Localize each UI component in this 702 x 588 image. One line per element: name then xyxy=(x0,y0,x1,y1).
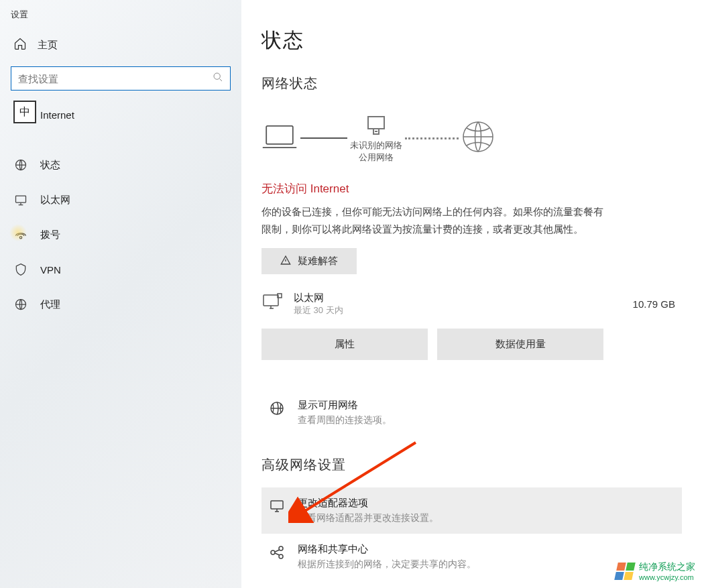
wifi-globe-icon xyxy=(267,399,287,416)
sidebar-item-label: 代理 xyxy=(40,298,60,311)
search-input[interactable] xyxy=(18,73,213,84)
sidebar-item-dialup[interactable]: 拨号 xyxy=(0,217,241,252)
category-label: Internet xyxy=(0,97,241,127)
adapter-options-row[interactable]: 更改适配器选项 查看网络适配器并更改连接设置。 xyxy=(261,487,682,534)
router-icon xyxy=(364,113,388,137)
laptop-icon xyxy=(261,123,298,153)
adapter-icon xyxy=(267,497,287,514)
watermark-url: www.ycwjzy.com xyxy=(639,573,695,581)
button-row: 属性 数据使用量 xyxy=(261,329,682,360)
search-box[interactable] xyxy=(11,66,231,91)
ethernet-usage-row: 以太网 最近 30 天内 10.79 GB xyxy=(261,292,682,316)
home-icon xyxy=(13,37,27,53)
svg-point-3 xyxy=(19,237,21,239)
ethernet-subtitle: 最近 30 天内 xyxy=(294,304,622,316)
sidebar-item-status[interactable]: 状态 xyxy=(0,148,241,182)
sharing-icon xyxy=(267,543,287,561)
nav-items: 状态 以太网 拨号 VPN 代理 xyxy=(0,148,241,322)
home-label: 主页 xyxy=(38,39,58,52)
sidebar-item-label: 拨号 xyxy=(40,229,60,241)
svg-point-12 xyxy=(271,550,275,554)
proxy-icon xyxy=(13,298,28,311)
sidebar: 设置 主页 中 Internet 状态 以太网 拨号 V xyxy=(0,0,241,588)
sidebar-item-label: VPN xyxy=(40,264,61,276)
page-title: 状态 xyxy=(261,27,682,54)
sidebar-item-ethernet[interactable]: 以太网 xyxy=(0,182,241,217)
svg-rect-6 xyxy=(368,117,384,129)
show-networks-row[interactable]: 显示可用网络 查看周围的连接选项。 xyxy=(261,390,682,436)
show-networks-text: 显示可用网络 查看周围的连接选项。 xyxy=(298,399,392,426)
sidebar-item-vpn[interactable]: VPN xyxy=(0,252,241,287)
error-description: 你的设备已连接，但你可能无法访问网络上的任何内容。如果你的流量套餐有限制，则你可… xyxy=(261,203,603,237)
search-container xyxy=(0,64,241,97)
connection-line-solid xyxy=(300,137,347,139)
ethernet-usage-value: 10.79 GB xyxy=(633,298,675,310)
svg-rect-8 xyxy=(264,295,278,306)
svg-point-0 xyxy=(214,73,220,79)
properties-button[interactable]: 属性 xyxy=(261,329,428,360)
network-node: 未识别的网络 公用网络 xyxy=(350,113,402,164)
adapter-options-title: 更改适配器选项 xyxy=(298,497,438,510)
sidebar-item-label: 以太网 xyxy=(40,194,70,207)
watermark: 纯净系统之家 www.ycwjzy.com xyxy=(616,561,695,581)
status-icon xyxy=(13,158,28,172)
vpn-icon xyxy=(13,263,28,276)
dialup-icon xyxy=(13,228,28,241)
globe-icon xyxy=(461,120,495,156)
node-caption: 未识别的网络 公用网络 xyxy=(350,139,402,164)
data-usage-button[interactable]: 数据使用量 xyxy=(437,329,603,360)
sharing-center-subtitle: 根据所连接到的网络，决定要共享的内容。 xyxy=(298,558,476,571)
ethernet-info: 以太网 最近 30 天内 xyxy=(294,292,622,316)
ethernet-name: 以太网 xyxy=(294,292,622,304)
sidebar-item-proxy[interactable]: 代理 xyxy=(0,287,241,322)
svg-rect-2 xyxy=(16,196,26,202)
sharing-center-title: 网络和共享中心 xyxy=(298,543,476,556)
sharing-center-text: 网络和共享中心 根据所连接到的网络，决定要共享的内容。 xyxy=(298,543,476,571)
network-diagram: 未识别的网络 公用网络 xyxy=(261,106,682,169)
svg-rect-5 xyxy=(266,126,293,144)
connection-line-dotted xyxy=(405,137,459,139)
sidebar-item-label: 状态 xyxy=(40,159,60,172)
show-networks-title: 显示可用网络 xyxy=(298,399,392,412)
warning-icon xyxy=(280,255,291,268)
home-button[interactable]: 主页 xyxy=(0,26,241,64)
ethernet-icon xyxy=(13,193,28,207)
watermark-logo-icon xyxy=(614,563,636,580)
adapter-options-text: 更改适配器选项 查看网络适配器并更改连接设置。 xyxy=(298,497,438,524)
settings-label: 设置 xyxy=(0,3,241,26)
svg-rect-11 xyxy=(271,501,283,509)
watermark-name: 纯净系统之家 xyxy=(639,561,695,573)
search-icon xyxy=(213,72,223,85)
troubleshoot-label: 疑难解答 xyxy=(298,255,338,268)
node-caption-line1: 未识别的网络 xyxy=(350,140,402,150)
adapter-options-subtitle: 查看网络适配器并更改连接设置。 xyxy=(298,512,438,524)
main-content: 状态 网络状态 未识别的网络 公用网络 无法访问 Internet 你的设备已连… xyxy=(241,0,702,588)
error-title: 无法访问 Internet xyxy=(261,181,682,196)
advanced-heading: 高级网络设置 xyxy=(261,456,682,474)
watermark-text: 纯净系统之家 www.ycwjzy.com xyxy=(639,561,695,581)
monitor-icon xyxy=(261,292,283,316)
network-status-heading: 网络状态 xyxy=(261,74,682,93)
troubleshoot-button[interactable]: 疑难解答 xyxy=(261,248,357,274)
node-caption-line2: 公用网络 xyxy=(359,152,394,162)
show-networks-subtitle: 查看周围的连接选项。 xyxy=(298,414,392,426)
ime-badge[interactable]: 中 xyxy=(13,101,36,123)
